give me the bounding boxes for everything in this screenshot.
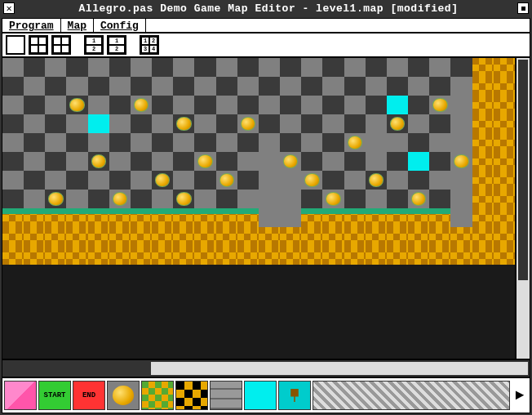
tile-cell[interactable] [259,302,280,321]
tile-cell[interactable] [450,265,472,283]
tile-cell[interactable] [152,283,173,302]
tile-cell[interactable] [109,265,131,283]
tile-cell[interactable] [280,190,301,208]
palette-end-tile[interactable]: END [73,381,105,410]
tile-cell[interactable] [280,302,301,321]
tile-cell[interactable] [301,114,322,133]
tile-cell[interactable] [301,133,322,152]
map-canvas[interactable] [2,58,515,359]
tile-cell[interactable] [66,321,87,340]
tile-cell[interactable] [366,340,387,359]
tile-cell[interactable] [88,152,109,171]
tile-cell[interactable] [408,246,429,265]
tile-cell[interactable] [131,171,152,190]
tile-cell[interactable] [131,321,152,340]
tile-grid[interactable] [2,58,515,359]
tile-cell[interactable] [301,171,322,190]
tile-cell[interactable] [173,77,194,96]
tile-cell[interactable] [408,152,429,171]
tile-cell[interactable] [259,283,280,302]
tile-cell[interactable] [494,77,515,96]
tile-cell[interactable] [2,227,24,246]
tile-cell[interactable] [344,227,366,246]
tile-cell[interactable] [429,133,450,152]
tile-cell[interactable] [280,321,301,340]
tile-cell[interactable] [109,227,131,246]
tile-cell[interactable] [66,302,87,321]
tile-cell[interactable] [131,152,152,171]
v-scroll-thumb[interactable] [518,60,528,280]
tile-cell[interactable] [194,190,215,208]
tile-cell[interactable] [194,265,215,283]
tile-cell[interactable] [450,77,472,96]
tile-cell[interactable] [173,171,194,190]
tile-cell[interactable] [45,190,66,208]
tile-cell[interactable] [301,96,322,114]
tile-cell[interactable] [450,96,472,114]
tile-cell[interactable] [301,340,322,359]
menu-config[interactable]: Config [94,19,146,32]
tile-cell[interactable] [24,190,45,208]
tile-cell[interactable] [88,58,109,77]
tile-cell[interactable] [237,114,259,133]
tile-cell[interactable] [450,321,472,340]
tile-cell[interactable] [259,321,280,340]
tile-cell[interactable] [131,190,152,208]
tile-cell[interactable] [387,227,408,246]
tile-cell[interactable] [408,133,429,152]
tile-cell[interactable] [45,58,66,77]
tile-cell[interactable] [173,58,194,77]
tile-cell[interactable] [88,265,109,283]
tile-cell[interactable] [152,58,173,77]
tile-cell[interactable] [194,152,215,171]
tile-cell[interactable] [259,340,280,359]
tile-cell[interactable] [45,152,66,171]
tile-cell[interactable] [429,321,450,340]
tile-cell[interactable] [366,283,387,302]
tile-cell[interactable] [24,114,45,133]
palette-checker-green[interactable] [141,381,174,410]
tile-cell[interactable] [322,133,344,152]
palette-eraser[interactable] [4,381,37,410]
tile-cell[interactable] [429,302,450,321]
tile-cell[interactable] [152,208,173,227]
tile-cell[interactable] [450,190,472,208]
tile-cell[interactable] [344,114,366,133]
tile-cell[interactable] [45,96,66,114]
tile-cell[interactable] [131,246,152,265]
tile-cell[interactable] [88,171,109,190]
tile-cell[interactable] [194,171,215,190]
tile-cell[interactable] [45,208,66,227]
close-button[interactable]: ✕ [3,2,15,14]
tile-cell[interactable] [152,171,173,190]
tile-cell[interactable] [387,208,408,227]
tile-cell[interactable] [88,77,109,96]
tile-cell[interactable] [344,171,366,190]
tile-cell[interactable] [194,114,215,133]
tile-cell[interactable] [216,265,237,283]
tile-cell[interactable] [66,96,87,114]
tile-cell[interactable] [429,190,450,208]
tile-cell[interactable] [173,265,194,283]
tile-cell[interactable] [301,302,322,321]
tile-cell[interactable] [259,96,280,114]
tile-cell[interactable] [301,152,322,171]
tile-cell[interactable] [109,114,131,133]
tile-cell[interactable] [259,58,280,77]
palette-checker-black[interactable] [175,381,208,410]
tile-cell[interactable] [216,171,237,190]
tile-cell[interactable] [301,283,322,302]
tile-cell[interactable] [88,190,109,208]
tile-cell[interactable] [322,340,344,359]
tile-cell[interactable] [173,340,194,359]
tile-cell[interactable] [472,283,494,302]
tile-cell[interactable] [194,96,215,114]
tool-single-cell[interactable] [6,35,25,55]
tile-cell[interactable] [88,321,109,340]
tile-cell[interactable] [66,152,87,171]
tile-cell[interactable] [408,340,429,359]
tile-cell[interactable] [450,246,472,265]
tile-cell[interactable] [216,283,237,302]
tile-cell[interactable] [429,340,450,359]
tile-cell[interactable] [45,283,66,302]
